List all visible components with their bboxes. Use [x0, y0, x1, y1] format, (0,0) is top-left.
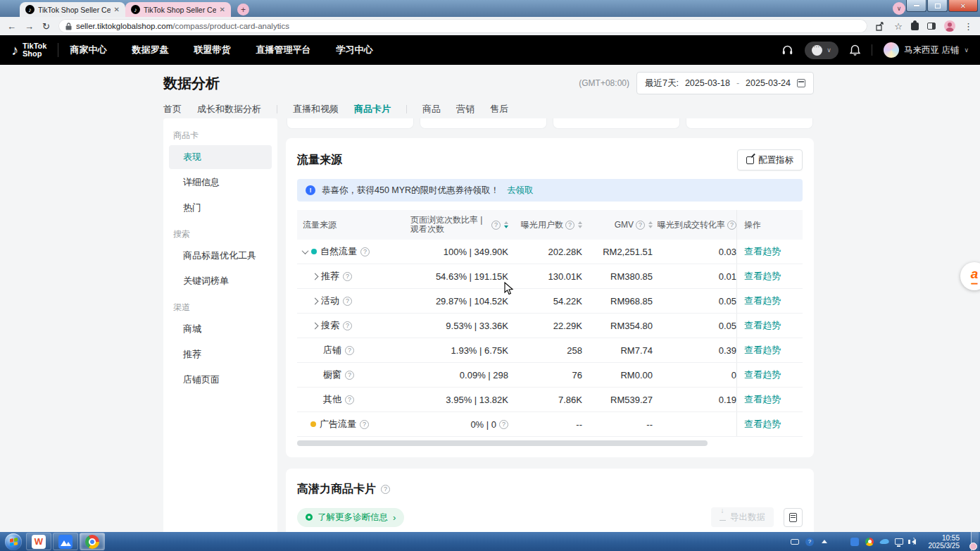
extensions-icon[interactable]	[911, 23, 919, 30]
sidebar-item-详细信息[interactable]: 详细信息	[169, 171, 272, 194]
help-icon[interactable]	[491, 221, 501, 230]
view-trend-link[interactable]: 查看趋势	[744, 295, 781, 307]
reload-icon[interactable]: ↻	[42, 22, 50, 31]
sidebar-item-热门[interactable]: 热门	[169, 196, 272, 220]
help-icon[interactable]	[345, 371, 354, 380]
sidebar-item-表现[interactable]: 表现	[169, 145, 272, 169]
tray-show-hidden-icons[interactable]	[820, 538, 829, 545]
floating-helper-widget[interactable]: a ▂▂	[960, 262, 980, 290]
action-cell: 查看趋势	[736, 388, 803, 411]
tab-search-chevron-icon[interactable]: ∨	[893, 2, 905, 15]
help-icon[interactable]	[499, 420, 508, 429]
sidebar-item-商城[interactable]: 商城	[169, 317, 272, 341]
taskbar-app-chrome[interactable]	[80, 533, 105, 550]
tab-首页[interactable]: 首页	[163, 103, 182, 116]
tray-chrome-icon[interactable]	[865, 538, 874, 545]
chevron-down-icon[interactable]	[302, 247, 309, 254]
headset-icon[interactable]	[781, 44, 793, 56]
browser-tab-2-active[interactable]: ♪ TikTok Shop Seller Center | Cr ✕	[125, 2, 231, 17]
tab-商品[interactable]: 商品	[422, 103, 441, 116]
view-trend-link[interactable]: 查看趋势	[744, 245, 781, 258]
col-conversion-label: 曝光到成交转化率	[658, 219, 725, 231]
bookmark-star-icon[interactable]: ☆	[894, 22, 903, 31]
tiktok-shop-logo[interactable]: ♪ TikTokShop	[11, 42, 46, 58]
help-icon[interactable]	[565, 221, 574, 230]
address-bar[interactable]: seller.tiktokglobalshop.com/compass/prod…	[58, 19, 867, 33]
view-trend-link[interactable]: 查看趋势	[744, 393, 781, 406]
help-icon[interactable]	[343, 297, 352, 306]
shop-switcher[interactable]: 马来西亚 店铺 ∨	[884, 42, 969, 58]
chevron-right-icon[interactable]	[312, 322, 319, 329]
help-icon[interactable]	[343, 272, 352, 281]
col-gmv[interactable]: GMV	[582, 220, 653, 230]
source-name: 自然流量	[320, 245, 357, 258]
sidebar-item-商品标题优化工具[interactable]: 商品标题优化工具	[169, 244, 272, 268]
maximize-button[interactable]	[927, 0, 948, 12]
tab-直播和视频[interactable]: 直播和视频	[293, 103, 339, 116]
tab-营销[interactable]: 营销	[456, 103, 475, 116]
nav-item-2[interactable]: 联盟带货	[194, 44, 230, 56]
tray-inbox-icon[interactable]	[791, 538, 800, 545]
help-icon[interactable]	[345, 346, 354, 355]
nav-item-0[interactable]: 商家中心	[70, 44, 106, 56]
diagnosis-link[interactable]: 了解更多诊断信息 ›	[297, 508, 404, 527]
chevron-right-icon[interactable]	[312, 297, 319, 304]
tray-help-icon[interactable]: ?	[805, 538, 815, 545]
forward-icon[interactable]: →	[25, 22, 34, 31]
notification-bell-icon[interactable]	[850, 44, 860, 56]
sidebar-item-关键词榜单[interactable]: 关键词榜单	[169, 269, 272, 293]
tray-cloud-icon[interactable]	[880, 538, 889, 545]
sidebar-item-店铺页面[interactable]: 店铺页面	[169, 368, 272, 392]
browser-profile-avatar[interactable]	[944, 20, 955, 32]
view-trend-link[interactable]: 查看趋势	[744, 270, 781, 283]
browser-tab-1[interactable]: ♪ TikTok Shop Seller Center | Cr ✕	[20, 2, 125, 17]
view-trend-link[interactable]: 查看趋势	[744, 418, 781, 431]
col-conversion[interactable]: 曝光到成交转化率	[653, 219, 736, 231]
horizontal-scrollbar[interactable]	[297, 440, 708, 446]
view-trend-link[interactable]: 查看趋势	[744, 344, 781, 357]
tab-商品卡片[interactable]: 商品卡片	[354, 103, 391, 116]
view-trend-link[interactable]: 查看趋势	[744, 369, 781, 381]
start-button[interactable]	[5, 533, 22, 550]
help-icon[interactable]	[381, 485, 390, 494]
date-range-picker[interactable]: 最近7天: 2025-03-18 - 2025-03-24	[636, 72, 814, 94]
back-icon[interactable]: ←	[7, 22, 16, 31]
configure-metrics-label: 配置指标	[758, 154, 793, 166]
sidebar-item-推荐[interactable]: 推荐	[169, 342, 272, 366]
tab-close-icon[interactable]: ✕	[220, 6, 225, 13]
new-tab-button[interactable]: +	[237, 4, 249, 16]
ratio-value: 9.53% | 33.36K	[446, 321, 508, 331]
side-panel-icon[interactable]	[927, 23, 936, 30]
messages-button[interactable]: ∨	[805, 42, 838, 59]
minimize-button[interactable]	[906, 0, 926, 12]
tray-volume-icon[interactable]	[910, 538, 919, 545]
chevron-right-icon[interactable]	[312, 273, 319, 280]
help-icon[interactable]	[360, 247, 370, 256]
share-icon[interactable]	[876, 22, 886, 31]
help-icon[interactable]	[636, 221, 645, 230]
tray-network-icon[interactable]	[895, 538, 904, 545]
list-view-button[interactable]	[784, 508, 803, 527]
taskbar-app-wps[interactable]: W	[26, 533, 51, 550]
browser-menu-icon[interactable]: ⋮	[964, 22, 973, 31]
nav-item-4[interactable]: 学习中心	[336, 44, 372, 56]
claim-coupon-link[interactable]: 去领取	[507, 185, 534, 197]
help-icon[interactable]	[345, 395, 354, 404]
help-icon[interactable]	[343, 321, 352, 330]
col-users[interactable]: 曝光用户数	[508, 219, 582, 231]
nav-item-1[interactable]: 数据罗盘	[132, 44, 168, 56]
tray-app-blue-icon[interactable]	[850, 538, 860, 545]
export-data-button[interactable]: 导出数据	[711, 507, 774, 527]
close-button[interactable]: ✕	[948, 0, 978, 12]
taskbar-clock[interactable]: 10:55 2025/3/25	[929, 534, 960, 550]
col-ratio[interactable]: 页面浏览次数比率 | 观看次数	[403, 216, 508, 234]
view-trend-link[interactable]: 查看趋势	[744, 319, 781, 332]
nav-item-3[interactable]: 直播管理平台	[256, 44, 310, 56]
tab-售后[interactable]: 售后	[490, 103, 508, 116]
configure-metrics-button[interactable]: 配置指标	[737, 149, 803, 171]
help-icon[interactable]	[360, 420, 369, 429]
tab-成长和数据分析[interactable]: 成长和数据分析	[197, 103, 261, 116]
help-icon[interactable]	[727, 221, 736, 230]
tab-close-icon[interactable]: ✕	[114, 6, 120, 13]
taskbar-app-mountain[interactable]	[53, 533, 78, 550]
